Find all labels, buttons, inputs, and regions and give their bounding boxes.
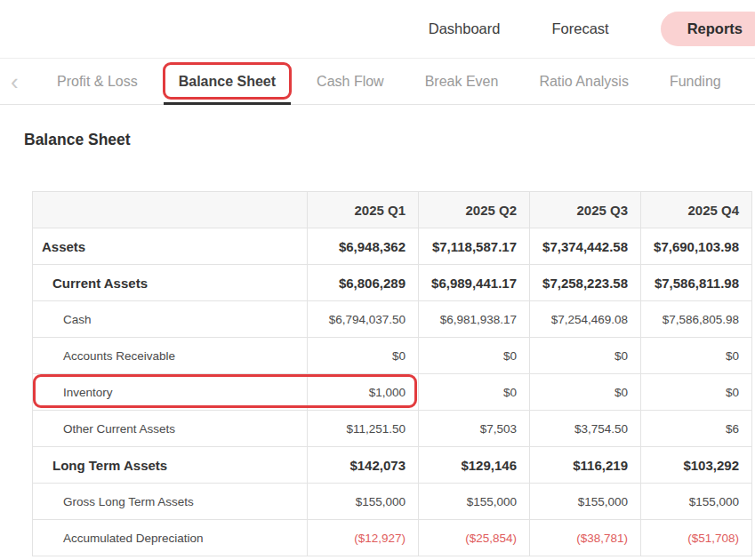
nav-forecast[interactable]: Forecast: [551, 20, 608, 37]
cell-value: $7,586,811.98: [641, 265, 752, 301]
cell-value: $0: [419, 338, 530, 374]
cell-value: ($38,781): [530, 520, 641, 556]
cell-value: $0: [530, 374, 641, 411]
table-row-accounts-receivable: Accounts Receivable $0 $0 $0 $0: [33, 338, 752, 374]
row-label: Inventory: [33, 374, 308, 411]
cell-value: $11,251.50: [308, 411, 419, 447]
balance-sheet-table: 2025 Q1 2025 Q2 2025 Q3 2025 Q4 Assets $…: [32, 191, 751, 556]
cell-value: $6,794,037.50: [308, 301, 419, 338]
cell-value: $7,374,442.58: [530, 228, 641, 265]
table-header-row: 2025 Q1 2025 Q2 2025 Q3 2025 Q4: [33, 192, 752, 228]
tab-balance-sheet-label: Balance Sheet: [179, 74, 276, 90]
report-tabs: ‹ Profit & Loss Balance Sheet Cash Flow …: [0, 59, 755, 105]
tab-cash-flow[interactable]: Cash Flow: [317, 59, 384, 104]
cell-value: $155,000: [419, 484, 530, 520]
cell-value: $0: [308, 338, 419, 374]
cell-value: $155,000: [308, 484, 419, 520]
cell-value: $6: [641, 411, 752, 447]
tab-break-even[interactable]: Break Even: [425, 59, 499, 104]
cell-value: $6,806,289: [308, 265, 419, 301]
cell-value: $6,989,441.17: [419, 265, 530, 301]
cell-value: $3,754.50: [530, 411, 641, 447]
column-spacer: [33, 192, 308, 228]
row-label: Accounts Receivable: [33, 338, 308, 374]
cell-value: ($25,854): [419, 520, 530, 556]
cell-value: $155,000: [641, 484, 752, 520]
table-row-accumulated-depreciation: Accumulated Depreciation ($12,927) ($25,…: [33, 520, 752, 556]
cell-value: $0: [419, 374, 530, 411]
cell-value: $1,000: [308, 374, 419, 411]
tab-funding[interactable]: Funding: [670, 59, 721, 104]
row-label: Cash: [33, 301, 308, 338]
cell-value: $0: [530, 338, 641, 374]
page-title: Balance Sheet: [24, 131, 131, 149]
cell-value: $7,254,469.08: [530, 301, 641, 338]
row-label: Gross Long Term Assets: [33, 484, 308, 520]
chevron-left-icon[interactable]: ‹: [11, 70, 27, 93]
nav-reports[interactable]: Reports: [661, 12, 755, 46]
table-row-cash: Cash $6,794,037.50 $6,981,938.17 $7,254,…: [33, 301, 752, 338]
cell-value: $7,118,587.17: [419, 228, 530, 265]
table-row-other-current-assets: Other Current Assets $11,251.50 $7,503 $…: [33, 411, 752, 447]
cell-value: $6,981,938.17: [419, 301, 530, 338]
cell-value: $0: [641, 374, 752, 411]
cell-value: $155,000: [530, 484, 641, 520]
cell-value: ($51,708): [641, 520, 752, 556]
cell-value: $129,146: [419, 447, 530, 484]
row-label: Current Assets: [33, 265, 308, 301]
row-label: Assets: [33, 228, 308, 265]
row-label: Accumulated Depreciation: [33, 520, 308, 556]
row-label: Long Term Assets: [33, 447, 308, 484]
column-2025-q2: 2025 Q2: [419, 192, 530, 228]
row-label: Other Current Assets: [33, 411, 308, 447]
cell-value: ($12,927): [308, 520, 419, 556]
cell-value: $7,586,805.98: [641, 301, 752, 338]
column-2025-q3: 2025 Q3: [530, 192, 641, 228]
tab-ratio-analysis[interactable]: Ratio Analysis: [539, 59, 629, 104]
table-row-gross-long-term-assets: Gross Long Term Assets $155,000 $155,000…: [33, 484, 752, 520]
table-row-assets: Assets $6,948,362 $7,118,587.17 $7,374,4…: [33, 228, 752, 265]
cell-value: $103,292: [641, 447, 752, 484]
cell-value: $142,073: [308, 447, 419, 484]
table-row-inventory: Inventory $1,000 $0 $0 $0: [33, 374, 752, 411]
cell-value: $0: [641, 338, 752, 374]
cell-value: $116,219: [530, 447, 641, 484]
cell-value: $7,690,103.98: [641, 228, 752, 265]
tab-balance-sheet[interactable]: Balance Sheet: [179, 59, 276, 104]
table-row-current-assets: Current Assets $6,806,289 $6,989,441.17 …: [33, 265, 752, 301]
top-navigation: Dashboard Forecast Reports: [0, 0, 755, 59]
column-2025-q4: 2025 Q4: [641, 192, 752, 228]
tab-profit-and-loss[interactable]: Profit & Loss: [57, 59, 138, 104]
nav-dashboard[interactable]: Dashboard: [429, 20, 501, 37]
cell-value: $7,503: [419, 411, 530, 447]
column-2025-q1: 2025 Q1: [308, 192, 419, 228]
table-row-long-term-assets: Long Term Assets $142,073 $129,146 $116,…: [33, 447, 752, 484]
cell-value: $7,258,223.58: [530, 265, 641, 301]
cell-value: $6,948,362: [308, 228, 419, 265]
